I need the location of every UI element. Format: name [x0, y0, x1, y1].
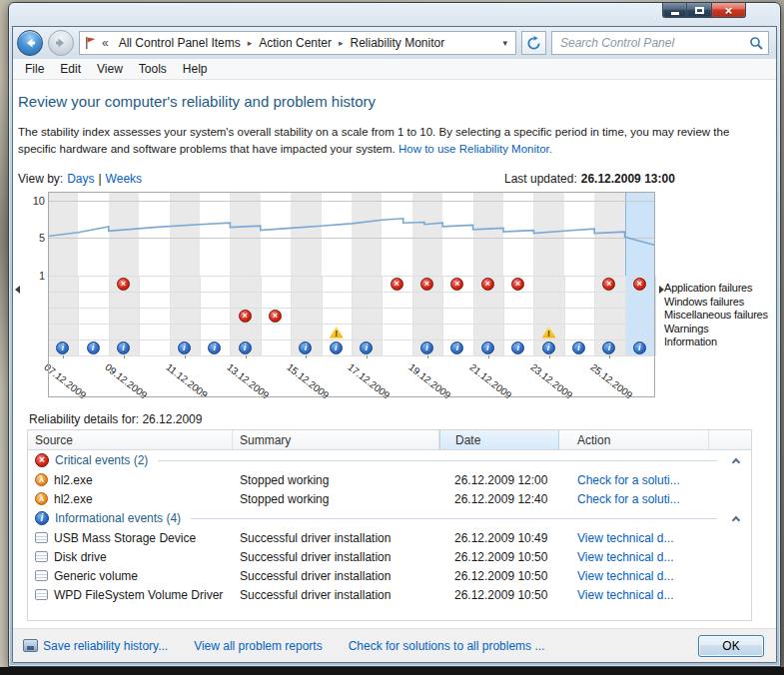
action-link[interactable]: View technical d... [577, 531, 674, 545]
back-button[interactable] [17, 30, 43, 56]
desktop-background [0, 667, 784, 675]
info-event-icon: i [56, 341, 69, 354]
view-by-separator: | [98, 172, 101, 186]
event-group-row: iInformational events (4) [28, 508, 751, 528]
view-by-weeks-link[interactable]: Weeks [106, 172, 142, 186]
y-axis-label: 10 [19, 195, 45, 207]
action-link[interactable]: View technical d... [577, 569, 674, 583]
footer-link-item: View all problem reports [194, 639, 323, 653]
date-label: 23.12.2009 [528, 361, 574, 400]
stability-chart: 1051××××××××××!!iiiiiiiiiiiiiiiii07.12.2… [13, 190, 776, 405]
back-arrow-icon [22, 35, 38, 51]
y-axis-label: 1 [19, 270, 45, 282]
how-to-use-link[interactable]: How to use Reliability Monitor. [398, 143, 552, 155]
info-event-icon: i [481, 341, 494, 354]
date-tick [185, 355, 186, 358]
breadcrumb-item[interactable]: All Control Panel Items [113, 32, 247, 54]
page-title: Review your computer's reliability and p… [18, 93, 376, 110]
titlebar[interactable]: × [13, 3, 776, 27]
column-header-action[interactable]: Action [559, 430, 709, 449]
breadcrumb-dropdown-icon[interactable]: ▾ [496, 38, 513, 48]
date-tick [367, 355, 368, 358]
control-panel-icon [84, 36, 97, 50]
forward-button[interactable] [48, 30, 74, 56]
footer-link[interactable]: Check for solutions to all problems ... [349, 639, 545, 653]
menu-tools[interactable]: Tools [131, 59, 175, 79]
forward-arrow-icon [53, 35, 69, 51]
column-separator [109, 276, 110, 355]
info-event-icon: i [511, 341, 524, 354]
source-name: WPD FileSystem Volume Driver [54, 588, 223, 602]
last-updated: Last updated:26.12.2009 13:00 [504, 172, 675, 186]
cell-date: 26.12.2009 12:40 [439, 489, 559, 508]
date-label: 19.12.2009 [406, 361, 452, 400]
cell-action: View technical d... [559, 528, 709, 547]
footer-link[interactable]: Save reliability history... [43, 639, 168, 653]
table-header: SourceSummaryDateAction [28, 430, 751, 450]
cell-date: 26.12.2009 10:50 [439, 566, 559, 585]
group-divider [191, 518, 717, 519]
source-name: USB Mass Storage Device [54, 531, 196, 545]
breadcrumb-item[interactable]: Action Center [253, 32, 338, 54]
chart-row-label: Information [664, 336, 768, 349]
search-input[interactable]: Search Control Panel [551, 31, 769, 55]
action-link[interactable]: Check for a soluti... [577, 492, 680, 506]
cell-summary: Successful driver installation [233, 547, 439, 566]
close-icon: × [725, 4, 733, 17]
menu-help[interactable]: Help [175, 59, 216, 79]
column-header-summary[interactable]: Summary [233, 430, 439, 449]
column-header-source[interactable]: Source [28, 430, 233, 449]
column-separator [625, 276, 626, 355]
table-row[interactable]: λhl2.exeStopped working26.12.2009 12:40C… [28, 489, 751, 508]
breadcrumb-overflow-icon[interactable]: « [100, 36, 113, 50]
error-event-icon: × [450, 278, 463, 291]
menu-file[interactable]: File [17, 59, 52, 79]
application-icon: λ [35, 473, 48, 486]
table-row[interactable]: λhl2.exeStopped working26.12.2009 12:00C… [28, 470, 751, 489]
minimize-button[interactable] [662, 3, 687, 18]
refresh-button[interactable] [521, 31, 546, 55]
view-by-days-link[interactable]: Days [67, 172, 94, 186]
chart-category-labels: Application failuresWindows failuresMisc… [664, 282, 768, 349]
view-by-label: View by: [18, 172, 63, 186]
cell-summary: Successful driver installation [233, 566, 439, 585]
table-row[interactable]: Disk driveSuccessful driver installation… [28, 547, 751, 566]
info-event-icon: i [450, 341, 463, 354]
info-event-icon: i [178, 341, 191, 354]
menu-edit[interactable]: Edit [52, 59, 89, 79]
action-link[interactable]: Check for a soluti... [577, 473, 680, 487]
info-event-icon: i [360, 341, 373, 354]
refresh-icon [526, 36, 541, 51]
y-axis-label: 5 [19, 232, 45, 244]
scroll-left-arrow[interactable] [15, 286, 20, 294]
collapse-group-button[interactable] [727, 456, 745, 465]
scroll-right-arrow[interactable] [659, 286, 664, 294]
cell-source: λhl2.exe [28, 489, 233, 508]
search-icon[interactable] [749, 36, 764, 51]
date-tick [63, 355, 64, 358]
date-label: 15.12.2009 [286, 361, 332, 400]
close-button[interactable]: × [712, 3, 746, 18]
maximize-icon [695, 7, 704, 14]
menu-view[interactable]: View [89, 59, 131, 79]
date-label: 07.12.2009 [42, 361, 88, 400]
page-content: Review your computer's reliability and p… [13, 80, 776, 662]
action-link[interactable]: View technical d... [577, 588, 674, 602]
action-link[interactable]: View technical d... [577, 550, 674, 564]
maximize-button[interactable] [687, 3, 712, 18]
search-placeholder: Search Control Panel [560, 36, 749, 50]
footer-link[interactable]: View all problem reports [194, 639, 323, 653]
table-row[interactable]: Generic volumeSuccessful driver installa… [28, 566, 751, 585]
cell-summary: Stopped working [233, 489, 439, 508]
table-row[interactable]: USB Mass Storage DeviceSuccessful driver… [28, 528, 751, 547]
column-header-date[interactable]: Date [439, 430, 559, 449]
cell-action: View technical d... [559, 566, 709, 585]
breadcrumb-item[interactable]: Reliability Monitor [345, 32, 451, 54]
error-event-icon: × [239, 310, 252, 323]
table-row[interactable]: WPD FileSystem Volume DriverSuccessful d… [28, 585, 751, 604]
collapse-group-button[interactable] [727, 514, 745, 523]
driver-icon [35, 570, 48, 581]
ok-button[interactable]: OK [698, 635, 764, 657]
driver-icon [35, 589, 48, 600]
cell-summary: Successful driver installation [233, 528, 439, 547]
